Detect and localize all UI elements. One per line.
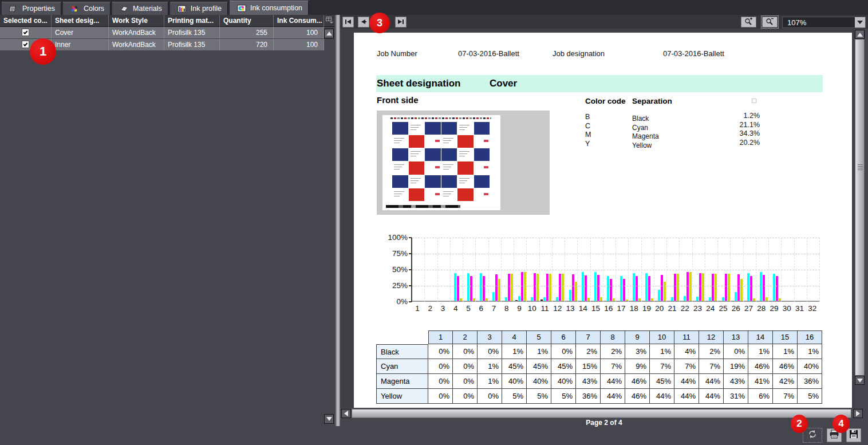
tab-properties[interactable]: Properties xyxy=(2,2,61,15)
ink-table-cell: 0% xyxy=(453,344,478,359)
column-header-1[interactable]: Sheet desig... xyxy=(52,15,109,27)
thumbnail-cell xyxy=(441,162,457,174)
ink-table-cell: 2% xyxy=(601,344,625,359)
ink-table-cell: 0% xyxy=(428,389,453,404)
separation-header: Separation xyxy=(632,97,672,105)
bar-cyan xyxy=(620,276,622,302)
tab-label: Properties xyxy=(22,5,55,13)
x-axis-tick-label: 6 xyxy=(475,304,487,313)
x-axis-tick-label: 14 xyxy=(577,304,589,313)
x-axis-tick-label: 18 xyxy=(628,304,640,313)
preview-scroll-left-button[interactable] xyxy=(341,409,351,418)
ink-table-cell: 2% xyxy=(699,344,724,359)
chart-gridline xyxy=(565,238,565,302)
column-header-0[interactable]: Selected co... xyxy=(0,15,52,27)
ink-table-column-header: 2 xyxy=(453,330,478,344)
sheet-designation-band: Sheet designation Cover xyxy=(376,75,823,92)
bar-magenta xyxy=(725,274,727,302)
materials-icon xyxy=(119,5,129,13)
ink-table-cell: 5% xyxy=(527,389,551,404)
thumbnail-cell xyxy=(425,122,441,135)
report-preview-viewport[interactable]: Job Number 07-03-2016-Ballett Job design… xyxy=(340,29,854,408)
selected-checkbox[interactable] xyxy=(22,29,29,36)
x-axis-tick-label: 24 xyxy=(704,304,717,313)
chart-gridline xyxy=(412,254,820,254)
zoom-out-button[interactable] xyxy=(762,17,778,27)
y-axis-tick-label: 0% xyxy=(376,297,408,306)
first-page-button[interactable] xyxy=(342,17,354,27)
x-axis-tick-label: 1 xyxy=(411,304,424,313)
sheet-thumbnail xyxy=(382,115,500,210)
ink-table-column-header: 6 xyxy=(551,330,576,344)
ink-table-cell: 7% xyxy=(601,359,625,374)
tab-colors[interactable]: Colors xyxy=(63,2,111,15)
preview-scroll-down-button[interactable] xyxy=(855,376,865,385)
thumbnail-cell xyxy=(409,122,425,135)
last-page-button[interactable] xyxy=(395,17,407,27)
bar-yellow xyxy=(664,282,666,302)
properties-icon xyxy=(9,5,18,13)
table-scroll-up-button[interactable] xyxy=(324,29,334,38)
ink-table-cell: 41% xyxy=(748,374,773,389)
column-header-2[interactable]: Work Style xyxy=(109,15,164,27)
chart-gridline xyxy=(501,238,502,302)
zoom-out-icon xyxy=(766,17,774,27)
column-header-4[interactable]: Quantity xyxy=(220,15,274,27)
bar-yellow xyxy=(562,274,564,302)
table-row-cover[interactable]: CoverWorkAndBackProfisilk 135255100 xyxy=(0,27,324,39)
bar-magenta xyxy=(521,272,523,302)
column-header-5[interactable]: Ink Consum... xyxy=(274,15,324,27)
preview-scroll-right-button[interactable] xyxy=(853,409,863,418)
column-header-3[interactable]: Printing mat... xyxy=(164,15,220,27)
ink-table-row-label: Yellow xyxy=(376,389,428,404)
chart-gridline xyxy=(730,238,731,302)
ink-table-cell: 4% xyxy=(674,344,699,359)
thumbnail-cell xyxy=(392,135,408,148)
bar-yellow xyxy=(689,272,692,302)
bar-magenta xyxy=(623,279,625,302)
column-chooser-button[interactable] xyxy=(324,15,334,27)
left-table-scroll-strip xyxy=(324,15,334,426)
bar-magenta xyxy=(534,273,536,302)
zoom-in-button[interactable] xyxy=(741,17,756,27)
front-side-label: Front side xyxy=(377,95,419,105)
zoom-in-icon xyxy=(744,17,753,27)
previous-page-button[interactable] xyxy=(358,17,369,27)
ink-table-column-header: 7 xyxy=(576,330,601,344)
chart-gridline xyxy=(412,286,820,286)
bar-magenta xyxy=(495,274,498,302)
printing-material-cell: Profisilk 135 xyxy=(164,39,220,50)
chart-gridline xyxy=(692,238,693,302)
bar-magenta xyxy=(572,274,574,302)
vertical-scrollbar-thumb[interactable] xyxy=(855,39,865,376)
refresh-button[interactable] xyxy=(803,428,822,443)
x-axis-tick-label: 13 xyxy=(564,304,577,313)
bar-magenta xyxy=(776,276,778,302)
save-button[interactable] xyxy=(846,428,861,442)
ink-table-cell: 0% xyxy=(478,344,502,359)
chart-gridline xyxy=(412,270,820,270)
table-scroll-down-button[interactable] xyxy=(324,414,334,424)
tab-ink-profile[interactable]: Ink profile xyxy=(170,2,228,15)
preview-horizontal-scrollbar[interactable] xyxy=(341,409,863,418)
bar-magenta xyxy=(585,275,587,302)
tab-ink-consumption[interactable]: Ink consumption xyxy=(230,1,309,15)
bar-yellow xyxy=(740,279,743,302)
preview-scroll-up-button[interactable] xyxy=(855,30,865,39)
zoom-dropdown-button[interactable] xyxy=(855,17,865,27)
bar-magenta xyxy=(546,274,549,302)
preview-vertical-scrollbar[interactable] xyxy=(855,30,865,385)
chart-gridline xyxy=(717,238,718,302)
thumbnail-cell xyxy=(474,135,490,148)
selected-checkbox[interactable] xyxy=(22,41,29,48)
horizontal-scrollbar-thumb[interactable] xyxy=(352,409,851,418)
chart-gridline xyxy=(424,238,425,302)
annotation-badge-1: 1 xyxy=(30,38,56,65)
x-axis-tick-label: 12 xyxy=(551,304,564,313)
zoom-level-dropdown[interactable]: 107% xyxy=(782,17,866,28)
panel-divider[interactable] xyxy=(336,15,340,426)
ink-table-cell: 1% xyxy=(502,344,527,359)
x-axis-tick-label: 3 xyxy=(437,304,449,313)
thumbnail-cell xyxy=(392,148,408,161)
tab-materials[interactable]: Materials xyxy=(112,2,168,15)
